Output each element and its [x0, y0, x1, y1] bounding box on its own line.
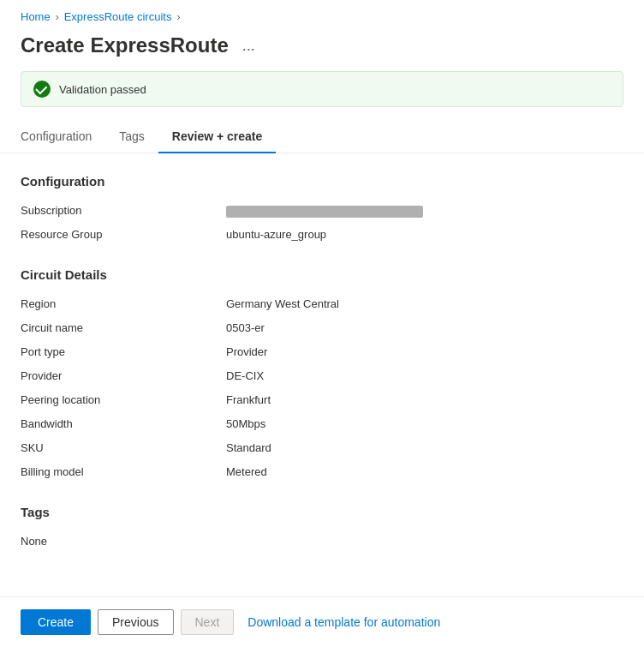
field-value-resource-group: ubuntu-azure_group	[226, 228, 326, 241]
field-label-provider: Provider	[21, 369, 226, 382]
tab-review[interactable]: Review + create	[158, 121, 276, 153]
field-label-sku: SKU	[21, 441, 226, 454]
section-divider-1	[21, 247, 623, 267]
page-title-row: Create ExpressRoute ...	[0, 30, 644, 71]
previous-button[interactable]: Previous	[98, 609, 173, 635]
check-circle-icon	[33, 81, 51, 98]
field-subscription: Subscription	[21, 199, 623, 223]
subscription-blurred	[226, 206, 423, 218]
field-label-subscription: Subscription	[21, 204, 226, 217]
field-value-bandwidth: 50Mbps	[226, 417, 265, 430]
field-bandwidth: Bandwidth 50Mbps	[21, 412, 623, 436]
field-value-port-type: Provider	[226, 345, 267, 358]
breadcrumb-home[interactable]: Home	[21, 10, 51, 23]
field-value-region: Germany West Central	[226, 297, 339, 310]
field-value-billing-model: Metered	[226, 465, 267, 478]
create-button[interactable]: Create	[21, 609, 91, 635]
next-button: Next	[181, 609, 235, 635]
field-value-provider: DE-CIX	[226, 369, 264, 382]
field-peering-location: Peering location Frankfurt	[21, 388, 623, 412]
field-label-peering-location: Peering location	[21, 393, 226, 406]
tabs: Configuration Tags Review + create	[0, 121, 644, 153]
configuration-section-title: Configuration	[21, 174, 623, 189]
breadcrumb-circuits[interactable]: ExpressRoute circuits	[64, 10, 172, 23]
field-label-bandwidth: Bandwidth	[21, 417, 226, 430]
content-area: Configuration Subscription Resource Grou…	[0, 153, 644, 639]
field-value-subscription	[226, 204, 423, 218]
field-label-billing-model: Billing model	[21, 465, 226, 478]
field-label-region: Region	[21, 297, 226, 310]
field-value-peering-location: Frankfurt	[226, 393, 271, 406]
field-label-circuit-name: Circuit name	[21, 321, 226, 334]
ellipsis-button[interactable]: ...	[237, 35, 260, 57]
footer: Create Previous Next Download a template…	[0, 596, 644, 647]
breadcrumb: Home › ExpressRoute circuits ›	[0, 0, 644, 30]
page-title: Create ExpressRoute	[21, 33, 229, 57]
download-template-link[interactable]: Download a template for automation	[247, 615, 440, 629]
tab-configuration[interactable]: Configuration	[21, 121, 105, 153]
field-billing-model: Billing model Metered	[21, 460, 623, 484]
tags-section-title: Tags	[21, 505, 623, 519]
validation-banner: Validation passed	[21, 71, 623, 107]
section-divider-2	[21, 484, 623, 505]
field-value-sku: Standard	[226, 441, 271, 454]
circuit-details-section-title: Circuit Details	[21, 267, 623, 282]
field-region: Region Germany West Central	[21, 292, 623, 316]
validation-text: Validation passed	[59, 83, 146, 96]
field-sku: SKU Standard	[21, 436, 623, 460]
field-value-circuit-name: 0503-er	[226, 321, 265, 334]
field-port-type: Port type Provider	[21, 340, 623, 364]
field-provider: Provider DE-CIX	[21, 364, 623, 388]
field-label-tags-none: None	[21, 535, 226, 548]
field-label-resource-group: Resource Group	[21, 228, 226, 241]
breadcrumb-sep-1: ›	[56, 11, 59, 23]
tab-tags[interactable]: Tags	[105, 121, 158, 153]
field-label-port-type: Port type	[21, 345, 226, 358]
field-circuit-name: Circuit name 0503-er	[21, 316, 623, 340]
field-tags-none: None	[21, 530, 623, 554]
breadcrumb-sep-2: ›	[176, 11, 180, 23]
field-resource-group: Resource Group ubuntu-azure_group	[21, 223, 623, 247]
